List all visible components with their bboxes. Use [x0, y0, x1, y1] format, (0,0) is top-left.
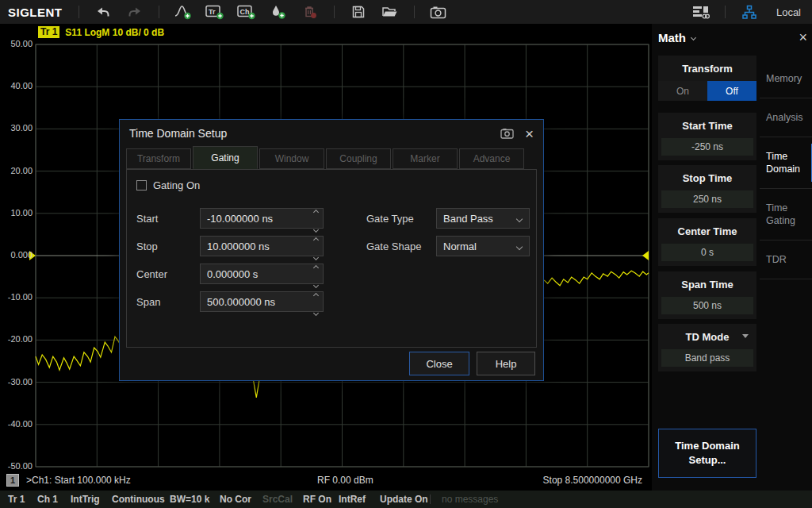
- stop-time-panel[interactable]: Stop Time 250 ns: [658, 165, 756, 213]
- trace-line: [544, 271, 649, 286]
- status-rf-on: RF On: [303, 494, 331, 505]
- checkbox-box[interactable]: [136, 180, 147, 190]
- tab-transform[interactable]: Transform: [126, 148, 191, 169]
- svg-text:Ch: Ch: [239, 8, 249, 16]
- tab-gating[interactable]: Gating: [193, 146, 258, 169]
- span-time-panel[interactable]: Span Time 500 ns: [658, 271, 756, 319]
- dropdown-label-gate-shape: Gate Shape: [366, 241, 436, 252]
- close-button[interactable]: Close: [409, 352, 469, 375]
- sidebar-item-time-gating[interactable]: Time Gating: [760, 189, 812, 241]
- dropdown-label-gate-type: Gate Type: [366, 213, 436, 225]
- spin-up-icon[interactable]: [314, 231, 318, 245]
- field-value: 0.000000 s: [207, 268, 258, 280]
- math-sidebar: Math × Transform On Off Start Time -250 …: [652, 24, 812, 491]
- add-marker-icon[interactable]: [268, 2, 289, 21]
- field-input-center[interactable]: 0.000000 s: [200, 264, 324, 284]
- channel-status-line: 1 >Ch1: Start 100.000 kHz RF 0.00 dBm St…: [0, 473, 652, 489]
- spinner-buttons[interactable]: [314, 209, 318, 229]
- field-input-span[interactable]: 500.000000 ns: [200, 291, 324, 312]
- add-channel-icon[interactable]: Ch: [236, 2, 257, 21]
- remote-network-icon[interactable]: [739, 2, 760, 21]
- undo-icon[interactable]: [93, 2, 113, 21]
- local-mode-label[interactable]: Local: [776, 6, 801, 18]
- dropdown-value: Band Pass: [443, 213, 493, 225]
- redo-icon[interactable]: [124, 2, 145, 21]
- transform-panel: Transform On Off: [658, 56, 756, 101]
- start-time-value[interactable]: -250 ns: [661, 138, 753, 156]
- td-mode-panel[interactable]: TD Mode Band pass: [658, 324, 756, 371]
- rf-power-label: RF 0.00 dBm: [317, 475, 373, 486]
- field-row-start: Start-10.000000 ns: [136, 208, 333, 229]
- dialog-fields-left: Start-10.000000 nsStop10.000000 nsCenter…: [136, 208, 333, 319]
- channel-number-badge[interactable]: 1: [6, 474, 19, 487]
- display-layout-icon[interactable]: [691, 2, 711, 21]
- dropdown-row-gate-shape: Gate ShapeNormal: [366, 236, 533, 256]
- dialog-close-icon[interactable]: ×: [525, 126, 534, 141]
- transform-on-button[interactable]: On: [658, 81, 707, 101]
- dialog-title: Time Domain Setup: [129, 127, 227, 140]
- center-time-value[interactable]: 0 s: [661, 244, 753, 261]
- add-trace-icon[interactable]: Tr: [205, 2, 225, 21]
- trace-number-badge[interactable]: Tr 1: [38, 26, 59, 38]
- dropdown-gate-type[interactable]: Band Pass: [436, 208, 530, 229]
- field-input-stop[interactable]: 10.000000 ns: [200, 236, 324, 256]
- field-row-stop: Stop10.000000 ns: [136, 236, 333, 256]
- dialog-tabs: TransformGatingWindowCouplingMarkerAdvan…: [126, 148, 524, 169]
- sidebar-item-analysis[interactable]: Analysis: [760, 98, 812, 137]
- add-math-trace-icon[interactable]: [173, 2, 193, 21]
- screenshot-icon[interactable]: [428, 2, 449, 21]
- field-input-start[interactable]: -10.000000 ns: [200, 208, 324, 229]
- spin-up-icon[interactable]: [314, 203, 318, 217]
- dialog-screenshot-icon[interactable]: [500, 128, 514, 139]
- time-domain-setup-dialog: Time Domain Setup × TransformGatingWindo…: [119, 119, 544, 381]
- start-time-title: Start Time: [658, 113, 756, 138]
- center-time-panel[interactable]: Center Time 0 s: [658, 218, 756, 266]
- dropdown-arrow-icon[interactable]: [742, 334, 749, 338]
- trace-info[interactable]: Tr 1 S11 LogM 10 dB/ 0 dB: [38, 26, 164, 38]
- y-axis-tick: 10.00: [0, 208, 33, 217]
- sidebar-menu-title[interactable]: Math: [658, 31, 686, 44]
- sidebar-item-time-domain[interactable]: Time Domain: [760, 137, 812, 189]
- tab-coupling[interactable]: Coupling: [326, 148, 391, 169]
- dialog-titlebar[interactable]: Time Domain Setup ×: [120, 120, 543, 147]
- open-file-icon[interactable]: [380, 2, 400, 21]
- stop-time-value[interactable]: 250 ns: [661, 190, 753, 208]
- transform-off-button[interactable]: Off: [707, 81, 756, 101]
- spin-down-icon[interactable]: [314, 304, 318, 318]
- gating-on-checkbox[interactable]: Gating On: [136, 179, 200, 191]
- spinner-buttons[interactable]: [314, 292, 318, 313]
- save-icon[interactable]: [348, 2, 369, 21]
- status-intref: IntRef: [339, 494, 366, 505]
- status-update-on: Update On: [380, 494, 428, 505]
- y-axis-tick: -10.00: [0, 292, 33, 302]
- start-time-panel[interactable]: Start Time -250 ns: [658, 113, 756, 160]
- help-button[interactable]: Help: [477, 352, 535, 375]
- status-separator: [430, 495, 431, 504]
- sidebar-close-icon[interactable]: ×: [799, 30, 807, 44]
- tab-marker[interactable]: Marker: [393, 148, 458, 169]
- sidebar-item-tdr[interactable]: TDR: [760, 241, 812, 279]
- spin-up-icon[interactable]: [314, 259, 318, 273]
- time-domain-setup-button[interactable]: Time Domain Setup...: [658, 429, 756, 478]
- sidebar-item-memory[interactable]: Memory: [760, 60, 812, 98]
- status-inttrig: IntTrig: [71, 494, 100, 505]
- tab-advance[interactable]: Advance: [459, 148, 524, 169]
- spinner-buttons[interactable]: [314, 237, 318, 257]
- status-continuous: Continuous: [112, 494, 165, 505]
- td-mode-value[interactable]: Band pass: [661, 349, 753, 367]
- spinner-buttons[interactable]: [314, 264, 318, 285]
- field-row-center: Center0.000000 s: [136, 264, 333, 284]
- dropdown-gate-shape[interactable]: Normal: [436, 236, 530, 256]
- span-time-value[interactable]: 500 ns: [661, 297, 753, 314]
- toolbar-separator: [414, 6, 415, 18]
- tab-window[interactable]: Window: [259, 148, 324, 169]
- field-label-center: Center: [136, 268, 200, 280]
- field-label-start: Start: [136, 213, 200, 225]
- transform-title: Transform: [658, 56, 756, 81]
- reference-level-marker-right: [642, 251, 649, 260]
- dropdown-value: Normal: [443, 241, 477, 252]
- chevron-down-icon[interactable]: [691, 34, 696, 40]
- chevron-down-icon: [516, 216, 523, 222]
- gating-tab-content: Gating On Start-10.000000 nsStop10.00000…: [126, 169, 537, 348]
- spin-up-icon[interactable]: [314, 287, 318, 301]
